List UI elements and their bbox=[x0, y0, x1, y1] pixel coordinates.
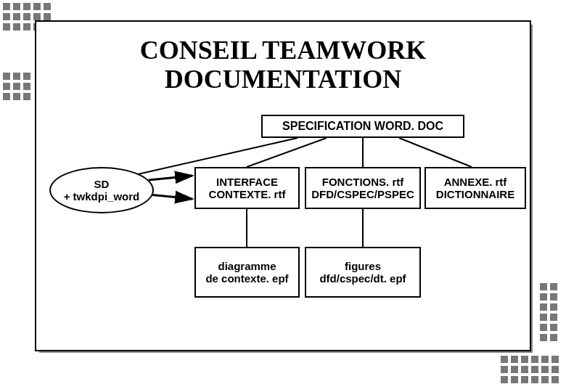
annexe-line2: DICTIONNAIRE bbox=[436, 188, 514, 200]
diag-line2: de contexte. epf bbox=[205, 272, 288, 285]
deco-right-mid bbox=[540, 283, 557, 341]
ellipse-sd: SD + twkdpi_word bbox=[49, 167, 154, 213]
title-line-1: CONSEIL TEAMWORK bbox=[140, 36, 426, 65]
annexe-line1: ANNEXE. rtf bbox=[444, 176, 507, 188]
fonctions-line2: DFD/CSPEC/PSPEC bbox=[311, 188, 414, 200]
page-title: CONSEIL TEAMWORK DOCUMENTATION bbox=[36, 36, 530, 94]
deco-bottom-right bbox=[501, 356, 559, 383]
box-fonctions: FONCTIONS. rtf DFD/CSPEC/PSPEC bbox=[305, 167, 421, 209]
box-figures: figures dfd/cspec/dt. epf bbox=[305, 247, 421, 298]
svg-line-7 bbox=[149, 195, 192, 199]
interface-line2: CONTEXTE. rtf bbox=[209, 188, 286, 200]
svg-line-6 bbox=[149, 176, 192, 180]
box-annexe: ANNEXE. rtf DICTIONNAIRE bbox=[424, 167, 526, 209]
sd-line1: SD bbox=[94, 178, 110, 190]
fonctions-line1: FONCTIONS. rtf bbox=[322, 176, 404, 188]
diag-line1: diagramme bbox=[218, 260, 276, 272]
svg-line-1 bbox=[247, 138, 327, 167]
svg-line-3 bbox=[399, 138, 472, 167]
fig-line1: figures bbox=[345, 260, 381, 272]
box-diagramme: diagramme de contexte. epf bbox=[194, 247, 300, 298]
title-line-2: DOCUMENTATION bbox=[165, 65, 402, 94]
spec-label: SPECIFICATION WORD. DOC bbox=[282, 120, 443, 133]
box-specification: SPECIFICATION WORD. DOC bbox=[261, 115, 464, 138]
deco-left-mid bbox=[3, 73, 30, 100]
box-interface: INTERFACE CONTEXTE. rtf bbox=[194, 167, 300, 209]
diagram-frame: CONSEIL TEAMWORK DOCUMENTATION SPECIFICA… bbox=[35, 20, 531, 351]
fig-line2: dfd/cspec/dt. epf bbox=[319, 272, 406, 285]
sd-line2: + twkdpi_word bbox=[64, 190, 140, 203]
interface-line1: INTERFACE bbox=[216, 176, 278, 188]
